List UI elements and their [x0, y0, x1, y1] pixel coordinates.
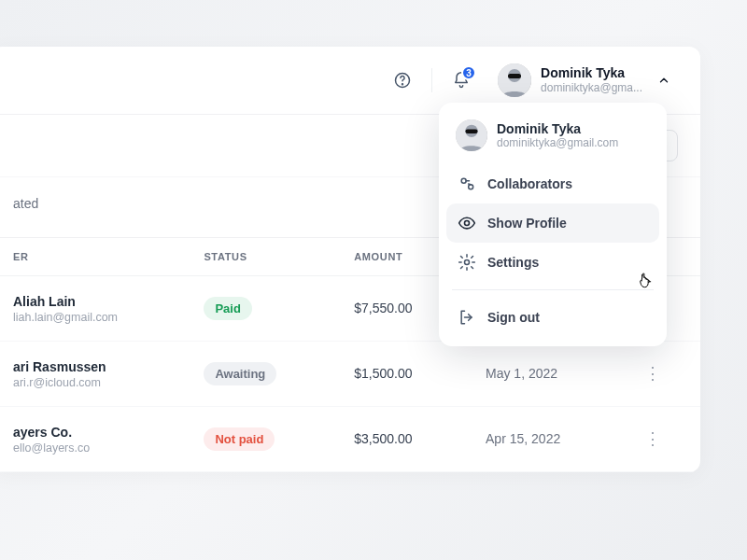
- signout-icon: [458, 308, 476, 327]
- svg-rect-4: [508, 74, 521, 78]
- customer-email: ari.r@icloud.com: [13, 376, 159, 389]
- svg-rect-7: [465, 129, 477, 133]
- menu-settings[interactable]: Settings: [446, 243, 659, 282]
- svg-point-11: [465, 260, 470, 265]
- help-button[interactable]: [387, 64, 418, 96]
- col-status: STATUS: [181, 238, 331, 276]
- row-actions-button[interactable]: ⋮: [644, 364, 661, 383]
- notifications-button[interactable]: 3: [445, 64, 477, 96]
- user-menu-toggle[interactable]: Dominik Tyka dominiktyka@gma...: [490, 60, 678, 101]
- col-customer: ER: [0, 238, 181, 276]
- date-cell: Apr 15, 2022: [463, 406, 622, 471]
- gear-icon: [458, 253, 476, 272]
- help-icon: [393, 71, 412, 90]
- avatar: [498, 63, 531, 97]
- customer-name: ayers Co.: [13, 424, 159, 441]
- eye-icon: [458, 214, 476, 232]
- status-badge: Paid: [204, 297, 251, 320]
- svg-point-8: [461, 178, 466, 183]
- status-badge: Awaiting: [204, 362, 276, 385]
- user-name: Dominik Tyka: [541, 65, 642, 82]
- dropdown-header: Dominik Tyka dominiktyka@gmail.com: [446, 116, 659, 164]
- menu-label: Collaborators: [487, 176, 572, 191]
- menu-show-profile[interactable]: Show Profile: [446, 203, 659, 243]
- menu-collaborators[interactable]: Collaborators: [446, 164, 659, 203]
- amount-cell: $3,500.00: [331, 406, 463, 471]
- customer-name: Aliah Lain: [13, 293, 159, 311]
- user-dropdown: Dominik Tyka dominiktyka@gmail.com Colla…: [439, 103, 667, 346]
- status-badge: Not paid: [204, 427, 275, 451]
- customer-name: ari Rasmussen: [13, 358, 159, 376]
- table-row[interactable]: ayers Co. ello@layers.co Not paid $3,500…: [0, 406, 700, 471]
- dropdown-separator: [452, 289, 654, 290]
- notification-badge: 3: [461, 65, 476, 80]
- amount-cell: $1,500.00: [331, 341, 463, 406]
- dropdown-user-name: Dominik Tyka: [497, 121, 618, 136]
- customer-email: liah.lain@gmail.com: [13, 311, 159, 324]
- cursor-pointer-icon: [638, 273, 655, 295]
- svg-point-1: [402, 84, 403, 85]
- dropdown-user-email: dominiktyka@gmail.com: [497, 136, 618, 149]
- menu-sign-out[interactable]: Sign out: [446, 298, 659, 337]
- collaborators-icon: [458, 175, 476, 193]
- row-actions-button[interactable]: ⋮: [644, 429, 661, 448]
- chevron-up-icon: [657, 74, 670, 87]
- avatar: [456, 119, 487, 151]
- divider: [431, 68, 432, 92]
- date-cell: May 1, 2022: [463, 341, 622, 406]
- user-email: dominiktyka@gma...: [541, 81, 642, 95]
- customer-email: ello@layers.co: [13, 441, 159, 455]
- menu-label: Sign out: [487, 310, 540, 325]
- menu-label: Show Profile: [487, 216, 567, 231]
- svg-point-10: [465, 221, 470, 226]
- table-row[interactable]: ari Rasmussen ari.r@icloud.com Awaiting …: [0, 341, 700, 406]
- menu-label: Settings: [487, 255, 539, 270]
